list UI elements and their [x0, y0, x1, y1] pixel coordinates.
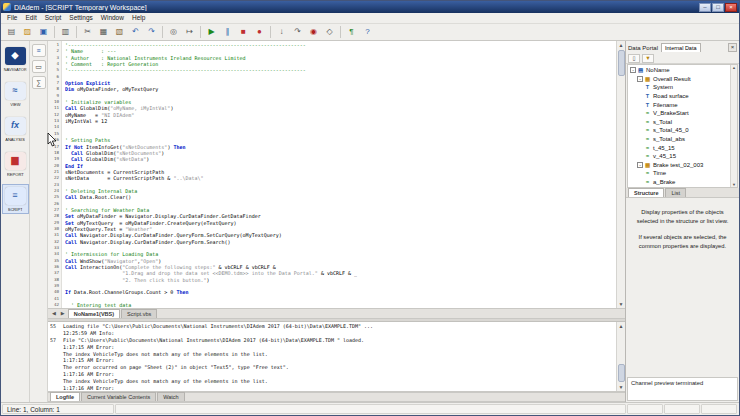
- goto-line-icon[interactable]: ↦: [182, 25, 197, 39]
- undo-icon[interactable]: ↶: [128, 25, 143, 39]
- record-script-icon[interactable]: ●: [252, 25, 267, 39]
- save-icon[interactable]: ▣: [36, 25, 51, 39]
- open-icon[interactable]: ▨: [20, 25, 35, 39]
- scrollbar-thumb[interactable]: [618, 364, 625, 382]
- watch-icon[interactable]: ◇: [322, 25, 337, 39]
- stop-script-icon[interactable]: ■: [236, 25, 251, 39]
- tree-item-a-brake[interactable]: ≈a_Brake: [628, 178, 730, 187]
- scroll-up-icon[interactable]: ▲: [619, 323, 624, 329]
- log-line-text: 1:17:15 AM Error:: [63, 357, 114, 363]
- tree-item-label: t_45_15: [653, 145, 675, 151]
- menu-help[interactable]: Help: [128, 13, 149, 23]
- log-vertical-scrollbar[interactable]: ▲ ▼: [616, 322, 625, 391]
- tree-item-s-total[interactable]: ≈s_Total: [628, 118, 730, 127]
- collapse-icon[interactable]: -: [637, 76, 643, 82]
- collapse-icon[interactable]: -: [630, 67, 636, 73]
- log-line: 1:17:15 AM Error:: [50, 357, 616, 364]
- scrollbar-thumb[interactable]: [618, 50, 625, 76]
- editor-tab-script-vbs[interactable]: Script.vbs: [121, 309, 157, 318]
- redo-icon[interactable]: ↷: [144, 25, 159, 39]
- step-into-icon[interactable]: ↓: [274, 25, 289, 39]
- tree-item-s-total-abs[interactable]: ≈s_Total_abs: [628, 135, 730, 144]
- sidebar-item-report[interactable]: ▆REPORT: [2, 149, 29, 179]
- portal-new-icon[interactable]: ▯: [628, 54, 640, 63]
- tree-item-time[interactable]: ≈Time: [628, 169, 730, 178]
- help-icon[interactable]: ?: [360, 25, 375, 39]
- portal-view-tab-list[interactable]: List: [665, 188, 686, 197]
- sidebar-item-analysis[interactable]: fxANALYSIS: [2, 114, 29, 144]
- menu-file[interactable]: File: [3, 13, 21, 23]
- window-title: DIAdem - [SCRIPT Temporary Workspace]: [14, 4, 147, 11]
- find-icon[interactable]: ◎: [166, 25, 181, 39]
- properties-info-text: If several objects are selected, the com…: [631, 233, 734, 251]
- scroll-up-icon[interactable]: ▲: [732, 65, 736, 70]
- menu-script[interactable]: Script: [41, 13, 66, 23]
- panel-navigation-rail: ◆NAVIGATOR≈VIEWfxANALYSIS▆REPORT≡SCRIPT: [1, 41, 30, 402]
- log-line-text: 1:17:16 AM Error:: [63, 371, 114, 377]
- tree-item-noname[interactable]: -▤NoName: [628, 66, 730, 75]
- tabs-scroll-right-icon[interactable]: ▶: [59, 309, 67, 318]
- log-line-text: Loading file "C:\Users\Public\Documents\…: [63, 323, 373, 329]
- menu-window[interactable]: Window: [97, 13, 128, 23]
- script-editor-icon[interactable]: ≡: [32, 44, 46, 57]
- sidebar-item-navigator[interactable]: ◆NAVIGATOR: [2, 44, 29, 74]
- minimize-button[interactable]: –: [699, 3, 711, 12]
- tree-item-s-total-45-0[interactable]: ≈s_Total_45_0: [628, 126, 730, 135]
- scroll-down-icon[interactable]: ▼: [619, 301, 624, 307]
- log-tab-bar: LogfileCurrent Variable ContentsWatch: [48, 392, 625, 402]
- run-script-icon[interactable]: ▶: [204, 25, 219, 39]
- tabs-scroll-left-icon[interactable]: ◀: [50, 309, 58, 318]
- menu-settings[interactable]: Settings: [65, 13, 97, 23]
- cut-icon[interactable]: ✂: [80, 25, 95, 39]
- tree-item-t-45-15[interactable]: ≈t_45_15: [628, 143, 730, 152]
- close-button[interactable]: ×: [725, 3, 737, 12]
- collapse-icon[interactable]: -: [637, 162, 643, 168]
- logfile-output: 55Loading file "C:\Users\Public\Document…: [48, 322, 616, 391]
- sidebar-item-view[interactable]: ≈VIEW: [2, 79, 29, 109]
- log-line: 1:17:16 AM Error:: [50, 385, 616, 391]
- print-icon[interactable]: ▥: [58, 25, 73, 39]
- copy-icon[interactable]: ▦: [96, 25, 111, 39]
- tab-internal-data[interactable]: Internal Data: [661, 43, 701, 52]
- paste-icon[interactable]: ▧: [112, 25, 127, 39]
- report-icon: ▆: [5, 152, 26, 170]
- step-over-icon[interactable]: ↷: [290, 25, 305, 39]
- breakpoint-icon[interactable]: ◉: [306, 25, 321, 39]
- portal-filter-icon[interactable]: ▼: [642, 54, 654, 63]
- portal-view-tab-structure[interactable]: Structure: [628, 188, 664, 197]
- script-editor[interactable]: 1234567891011121314151617181920212223242…: [48, 41, 625, 309]
- scroll-down-icon[interactable]: ▼: [619, 384, 624, 390]
- tree-item-filename[interactable]: TFilename: [628, 100, 730, 109]
- log-tab-watch[interactable]: Watch: [157, 392, 184, 401]
- editor-tab-noname1-vbs[interactable]: NoName1(VBS): [68, 309, 120, 318]
- tree-vertical-scrollbar[interactable]: ▲ ▼: [730, 65, 737, 187]
- log-line-text: The error occurred on page "Sheet (2)" i…: [63, 364, 289, 370]
- chan-icon: ≈: [644, 136, 651, 142]
- tree-item-road-surface[interactable]: TRoad surface: [628, 92, 730, 101]
- scroll-up-icon[interactable]: ▲: [619, 42, 624, 48]
- tree-item-overall-result[interactable]: -▦Overall Result: [628, 75, 730, 84]
- tree-item-v-45-15[interactable]: ≈v_45_15: [628, 152, 730, 161]
- statusbar-cell: [627, 404, 663, 414]
- comment-icon[interactable]: ¶: [344, 25, 359, 39]
- log-tab-current-variable-contents[interactable]: Current Variable Contents: [81, 392, 156, 401]
- menu-edit[interactable]: Edit: [21, 13, 40, 23]
- pause-script-icon[interactable]: ∥: [220, 25, 235, 39]
- app-icon: [3, 3, 11, 11]
- editor-vertical-scrollbar[interactable]: ▲ ▼: [616, 41, 625, 308]
- tree-item-brake-test-02-003[interactable]: -▦Brake test_02_003: [628, 161, 730, 170]
- log-line: The index VehicleTyp does not match any …: [50, 378, 616, 385]
- scroll-down-icon[interactable]: ▼: [732, 182, 736, 187]
- tree-item-v-brakestart[interactable]: ≈V_BrakeStart: [628, 109, 730, 118]
- toolbar-separator: [200, 26, 201, 38]
- maximize-button[interactable]: □: [712, 3, 724, 12]
- dialog-editor-icon[interactable]: ▭: [32, 60, 46, 73]
- new-script-icon[interactable]: ▤: [4, 25, 19, 39]
- sidebar-item-label: VIEW: [10, 102, 20, 107]
- tree-item-system[interactable]: TSystem: [628, 83, 730, 92]
- portal-close-icon[interactable]: ×: [728, 43, 737, 52]
- unit-manager-icon[interactable]: ∑: [32, 76, 46, 89]
- code-area[interactable]: '---------------------------------------…: [62, 41, 616, 308]
- sidebar-item-script[interactable]: ≡SCRIPT: [2, 184, 29, 214]
- log-tab-logfile[interactable]: Logfile: [50, 392, 80, 401]
